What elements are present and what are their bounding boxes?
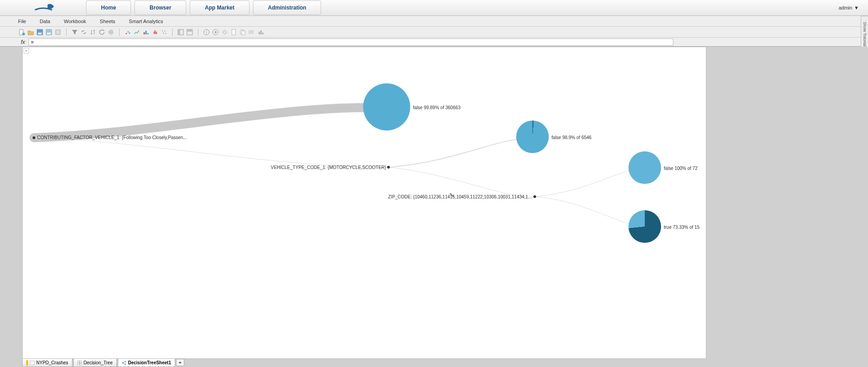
fx-label: fx bbox=[21, 39, 25, 45]
svg-point-15 bbox=[164, 31, 165, 32]
svg-point-17 bbox=[165, 33, 166, 34]
svg-point-8 bbox=[126, 33, 127, 34]
sheet-tabs: NYPD_Crashes Decision_Tree DecisionTreeS… bbox=[22, 359, 184, 367]
barchart-icon[interactable] bbox=[142, 29, 149, 36]
menu-sheets[interactable]: Sheets bbox=[100, 19, 115, 24]
svg-rect-12 bbox=[145, 31, 147, 34]
dots-icon[interactable] bbox=[160, 29, 168, 36]
sheet-tab-decision-tree[interactable]: Decision_Tree bbox=[73, 359, 117, 367]
svg-point-16 bbox=[163, 33, 164, 34]
split-node-s2[interactable] bbox=[533, 195, 536, 198]
layout-b-icon[interactable] bbox=[186, 29, 193, 36]
svg-point-31 bbox=[249, 33, 250, 34]
tree-links bbox=[23, 47, 706, 358]
nav-browser[interactable]: Browser bbox=[134, 0, 186, 15]
page-icon[interactable] bbox=[230, 29, 237, 36]
toolbar: i bbox=[0, 27, 868, 38]
svg-rect-34 bbox=[262, 33, 264, 34]
svg-point-9 bbox=[128, 31, 129, 32]
code-icon[interactable] bbox=[257, 29, 264, 36]
svg-rect-5 bbox=[47, 33, 51, 34]
sheet-tab-decision-tree-sheet1[interactable]: DecisionTreeSheet1 bbox=[118, 359, 175, 367]
svg-rect-33 bbox=[260, 30, 262, 34]
nav-home[interactable]: Home bbox=[86, 0, 131, 15]
leaf-label-L3: false 100% of 72 bbox=[664, 166, 698, 171]
copy-icon[interactable] bbox=[239, 29, 246, 36]
play-icon[interactable] bbox=[212, 29, 219, 36]
svg-point-10 bbox=[129, 32, 130, 34]
user-label: admin bbox=[839, 5, 852, 10]
svg-rect-28 bbox=[242, 31, 245, 35]
save-as-icon[interactable] bbox=[45, 29, 53, 36]
split-label-s0: CONTRIBUTING_FACTOR_VEHICLE_1: {Followin… bbox=[37, 135, 187, 140]
sort-icon[interactable] bbox=[89, 29, 96, 36]
svg-point-14 bbox=[162, 30, 163, 31]
save-icon[interactable] bbox=[36, 29, 43, 36]
split-label-s1: VEHICLE_TYPE_CODE_1: {MOTORCYCLE,SCOOTER… bbox=[271, 165, 386, 170]
nav-administration[interactable]: Administration bbox=[253, 0, 321, 15]
menu-data[interactable]: Data bbox=[40, 19, 50, 24]
svg-rect-19 bbox=[178, 29, 180, 35]
leaf-node-L3[interactable] bbox=[628, 151, 661, 184]
thumbs-icon[interactable] bbox=[151, 29, 158, 36]
svg-point-25 bbox=[223, 31, 226, 34]
leaf-label-L4: true 73.33% of 15 bbox=[664, 225, 700, 230]
svg-rect-6 bbox=[56, 30, 60, 34]
formula-input[interactable] bbox=[29, 39, 673, 46]
split-node-s0[interactable] bbox=[33, 136, 35, 139]
cursor-icon: ⤡ bbox=[449, 191, 455, 198]
leaf-node-L2[interactable] bbox=[516, 121, 549, 153]
svg-rect-13 bbox=[147, 33, 149, 34]
tree-icon bbox=[122, 361, 126, 365]
new-doc-icon[interactable] bbox=[18, 29, 25, 36]
leaf-node-L1[interactable] bbox=[363, 83, 410, 130]
svg-text:i: i bbox=[206, 30, 207, 34]
sheet-tab-label: NYPD_Crashes bbox=[36, 360, 68, 365]
svg-rect-26 bbox=[232, 29, 235, 35]
svg-rect-32 bbox=[259, 32, 260, 34]
settings-icon[interactable] bbox=[221, 29, 228, 36]
scatter-icon[interactable] bbox=[124, 29, 131, 36]
menu-workbook[interactable]: Workbook bbox=[64, 19, 86, 24]
globe-icon[interactable] bbox=[107, 29, 115, 36]
sheet-icon bbox=[30, 361, 34, 365]
main-nav: Home Browser App Market Administration bbox=[86, 0, 321, 15]
user-menu[interactable]: admin ▼ bbox=[839, 5, 859, 10]
refresh-icon[interactable] bbox=[98, 29, 106, 36]
export-icon[interactable] bbox=[54, 29, 62, 36]
dropdown-icon: ▼ bbox=[854, 5, 859, 10]
open-doc-icon[interactable] bbox=[27, 29, 34, 36]
svg-rect-3 bbox=[38, 33, 42, 34]
workarea: × CONTRIBUTING_FACTOR_VEHICLE_1: {Follow… bbox=[0, 47, 868, 367]
leaf-label-L2: false 98.9% of 6546 bbox=[551, 135, 591, 140]
svg-point-29 bbox=[249, 30, 250, 31]
linechart-icon[interactable] bbox=[133, 29, 140, 36]
menu-smart-analytics[interactable]: Smart Analytics bbox=[129, 19, 163, 24]
svg-point-30 bbox=[249, 32, 250, 33]
svg-rect-21 bbox=[187, 29, 192, 32]
grid-icon bbox=[77, 361, 82, 365]
nav-app-market[interactable]: App Market bbox=[190, 0, 249, 15]
svg-rect-11 bbox=[144, 32, 145, 34]
link-icon[interactable] bbox=[80, 29, 87, 36]
menu-file[interactable]: File bbox=[18, 19, 26, 24]
list-icon[interactable] bbox=[248, 29, 255, 36]
layout-a-icon[interactable] bbox=[177, 29, 184, 36]
split-node-s1[interactable] bbox=[387, 166, 390, 169]
chart-canvas[interactable]: × CONTRIBUTING_FACTOR_VEHICLE_1: {Follow… bbox=[22, 47, 706, 359]
filter-icon[interactable] bbox=[71, 29, 78, 36]
add-sheet-button[interactable]: + bbox=[176, 359, 184, 366]
app-logo bbox=[32, 1, 59, 14]
app-header: Home Browser App Market Administration a… bbox=[0, 0, 868, 16]
formula-bar: fx bbox=[0, 38, 868, 47]
sheet-tab-label: Decision_Tree bbox=[84, 360, 113, 365]
sheet-tab-nypd[interactable]: NYPD_Crashes bbox=[22, 359, 72, 367]
svg-rect-35 bbox=[30, 361, 34, 365]
svg-point-1 bbox=[22, 33, 25, 35]
menubar: File Data Workbook Sheets Smart Analytic… bbox=[0, 16, 868, 27]
sheet-tab-label: DecisionTreeSheet1 bbox=[128, 360, 171, 365]
info-icon[interactable]: i bbox=[203, 29, 210, 36]
split-label-s2: ZIP_CODE: {10460,11236,11415,10459,11222… bbox=[388, 194, 532, 199]
leaf-label-L1: false 99.89% of 360663 bbox=[413, 105, 460, 110]
leaf-node-L4[interactable] bbox=[628, 210, 661, 243]
